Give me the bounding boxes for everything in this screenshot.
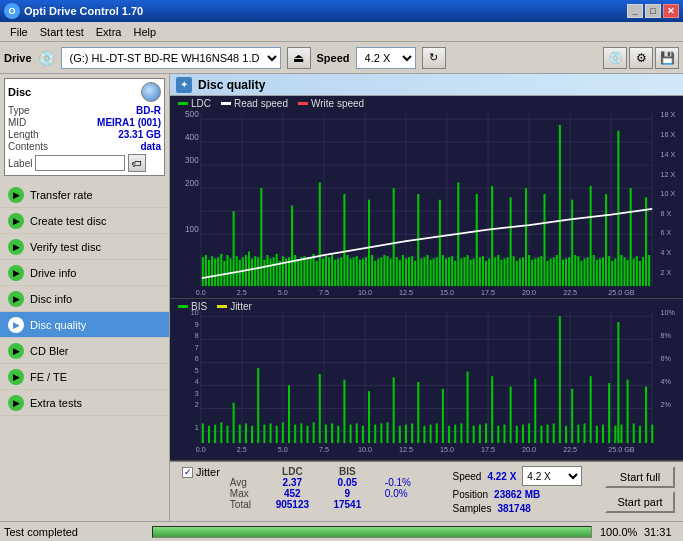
svg-rect-242 xyxy=(233,402,235,442)
svg-rect-266 xyxy=(380,423,382,443)
svg-rect-130 xyxy=(460,258,462,286)
svg-rect-79 xyxy=(303,256,305,286)
svg-rect-277 xyxy=(448,425,450,442)
bis-header: BIS xyxy=(320,466,375,477)
svg-rect-301 xyxy=(596,425,598,442)
svg-text:15.0: 15.0 xyxy=(440,288,454,298)
read-label: Read speed xyxy=(234,98,288,109)
svg-rect-274 xyxy=(430,424,432,442)
bis-label: BIS xyxy=(191,301,207,312)
svg-text:14 X: 14 X xyxy=(660,150,675,160)
minimize-button[interactable]: _ xyxy=(627,4,643,18)
svg-rect-84 xyxy=(319,182,321,286)
svg-rect-118 xyxy=(423,257,425,286)
svg-rect-273 xyxy=(423,425,425,442)
svg-rect-146 xyxy=(510,197,512,286)
svg-rect-297 xyxy=(571,389,573,443)
svg-rect-152 xyxy=(528,255,530,286)
top-chart-legend: LDC Read speed Write speed xyxy=(178,98,364,109)
svg-rect-49 xyxy=(211,256,213,286)
svg-rect-125 xyxy=(445,258,447,286)
nav-icon-create-test-disc: ▶ xyxy=(8,213,24,229)
ldc-header: LDC xyxy=(265,466,320,477)
svg-rect-82 xyxy=(313,254,315,286)
sidebar-item-disc-quality[interactable]: ▶ Disc quality xyxy=(0,312,169,338)
drive-select[interactable]: (G:) HL-DT-ST BD-RE WH16NS48 1.D3 xyxy=(61,47,281,69)
svg-rect-191 xyxy=(648,255,650,286)
svg-rect-285 xyxy=(497,425,499,442)
menu-start-test[interactable]: Start test xyxy=(34,24,90,40)
nav-label-disc-quality: Disc quality xyxy=(30,319,86,331)
svg-rect-93 xyxy=(346,255,348,286)
settings-icon-btn[interactable]: ⚙ xyxy=(629,47,653,69)
svg-rect-175 xyxy=(599,258,601,286)
svg-rect-66 xyxy=(263,260,265,287)
svg-text:8: 8 xyxy=(195,330,199,340)
sidebar-item-verify-test-disc[interactable]: ▶ Verify test disc xyxy=(0,234,169,260)
sidebar-item-transfer-rate[interactable]: ▶ Transfer rate xyxy=(0,182,169,208)
jitter-checkbox[interactable]: ✓ xyxy=(182,467,193,478)
svg-rect-299 xyxy=(583,423,585,443)
svg-text:17.5: 17.5 xyxy=(481,288,495,298)
status-text: Test completed xyxy=(4,526,144,538)
save-icon-btn[interactable]: 💾 xyxy=(655,47,679,69)
menu-extra[interactable]: Extra xyxy=(90,24,128,40)
app-icon: O xyxy=(4,3,20,19)
svg-text:12.5: 12.5 xyxy=(399,288,413,298)
svg-rect-261 xyxy=(350,424,352,442)
svg-rect-307 xyxy=(627,379,629,442)
svg-rect-72 xyxy=(282,256,284,286)
svg-rect-85 xyxy=(322,258,324,286)
svg-rect-249 xyxy=(276,425,278,442)
menu-file[interactable]: File xyxy=(4,24,34,40)
start-part-button[interactable]: Start part xyxy=(605,491,675,513)
max-ldc: 452 xyxy=(265,488,320,499)
disc-icon-btn[interactable]: 💿 xyxy=(603,47,627,69)
speed-dropdown[interactable]: 4.2 X xyxy=(522,466,582,486)
svg-text:15.0: 15.0 xyxy=(440,445,454,455)
svg-text:5: 5 xyxy=(195,365,199,375)
disc-contents-label: Contents xyxy=(8,141,48,152)
svg-text:5.0: 5.0 xyxy=(278,288,288,298)
sidebar-item-disc-info[interactable]: ▶ Disc info xyxy=(0,286,169,312)
svg-rect-95 xyxy=(353,257,355,286)
start-full-button[interactable]: Start full xyxy=(605,466,675,488)
speed-select[interactable]: 4.2 X xyxy=(356,47,416,69)
sidebar-item-create-test-disc[interactable]: ▶ Create test disc xyxy=(0,208,169,234)
legend-bis: BIS xyxy=(178,301,207,312)
nav-icon-extra-tests: ▶ xyxy=(8,395,24,411)
nav-label-verify-test-disc: Verify test disc xyxy=(30,241,101,253)
maximize-button[interactable]: □ xyxy=(645,4,661,18)
svg-text:100: 100 xyxy=(185,224,199,235)
svg-rect-158 xyxy=(547,261,549,286)
svg-rect-246 xyxy=(257,368,259,443)
svg-rect-86 xyxy=(325,256,327,286)
svg-rect-240 xyxy=(220,422,222,443)
svg-rect-48 xyxy=(208,260,210,287)
refresh-button[interactable]: ↻ xyxy=(422,47,446,69)
svg-text:6%: 6% xyxy=(660,354,671,364)
disc-label-icon-btn[interactable]: 🏷 xyxy=(128,154,146,172)
disc-label-input[interactable] xyxy=(35,155,125,171)
svg-rect-186 xyxy=(633,258,635,286)
stats-total-row: Total 905123 17541 xyxy=(230,499,430,510)
svg-rect-241 xyxy=(226,425,228,442)
sidebar-item-extra-tests[interactable]: ▶ Extra tests xyxy=(0,390,169,416)
close-button[interactable]: ✕ xyxy=(663,4,679,18)
svg-text:5.0: 5.0 xyxy=(278,445,288,455)
svg-rect-144 xyxy=(503,258,505,286)
svg-rect-141 xyxy=(494,257,496,286)
svg-rect-169 xyxy=(580,261,582,286)
sidebar-item-drive-info[interactable]: ▶ Drive info xyxy=(0,260,169,286)
disc-image-icon xyxy=(141,82,161,102)
menu-help[interactable]: Help xyxy=(127,24,162,40)
svg-rect-119 xyxy=(427,255,429,286)
sidebar-item-cd-bler[interactable]: ▶ CD Bler xyxy=(0,338,169,364)
total-label: Total xyxy=(230,499,265,510)
svg-rect-65 xyxy=(260,188,262,286)
speed-stat-value: 4.22 X xyxy=(487,471,516,482)
sidebar-item-fe-te[interactable]: ▶ FE / TE xyxy=(0,364,169,390)
disc-type-value: BD-R xyxy=(136,105,161,116)
menu-bar: File Start test Extra Help xyxy=(0,22,683,42)
drive-eject-button[interactable]: ⏏ xyxy=(287,47,311,69)
